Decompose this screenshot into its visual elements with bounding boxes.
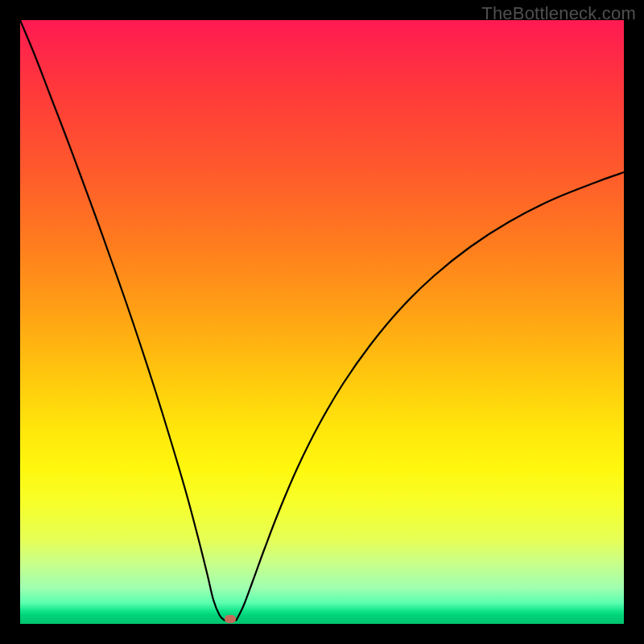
plot-area [20,20,624,624]
bottleneck-curve [20,20,624,624]
curve-path [20,20,624,621]
watermark-text: TheBottleneck.com [481,3,636,24]
chart-frame: TheBottleneck.com [0,0,644,644]
optimum-marker [225,615,236,623]
